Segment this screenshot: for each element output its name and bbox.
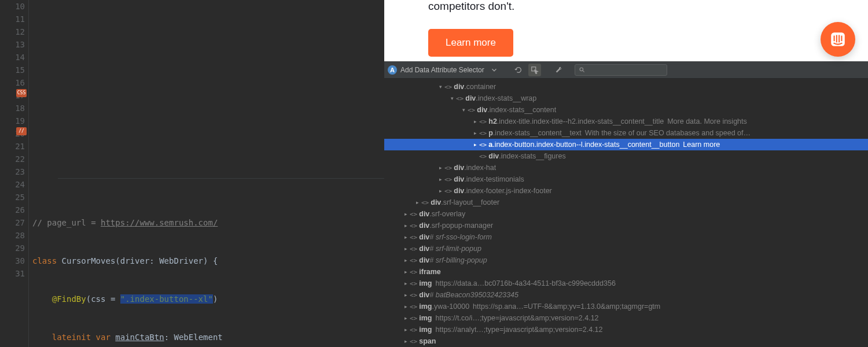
element-classes: .container (464, 83, 496, 91)
tag-angles-icon: <> (479, 153, 487, 160)
dom-tree-row[interactable]: ▸<>div# srf-limit-popup (384, 243, 868, 254)
learn-more-button[interactable]: Learn more (428, 29, 513, 57)
dom-tree-row[interactable]: ▸<>div# srf-sso-login-form (384, 231, 868, 243)
browser-preview[interactable]: competitors don't. Learn more (384, 0, 868, 61)
tag-angles-icon: <> (444, 83, 452, 91)
element-picker-icon[interactable] (528, 64, 541, 76)
element-classes: .srf-popup-manager (429, 222, 493, 230)
chevron-down-icon[interactable]: ▾ (437, 84, 443, 90)
dom-tree-row[interactable]: ▸<>div.srf-layout__footer (384, 197, 868, 208)
chevron-right-icon[interactable]: ▸ (403, 234, 409, 240)
dom-tree-row[interactable]: ▸<>img.ywa-10000https://sp.ana…=UTF-8&am… (384, 301, 868, 312)
chevron-right-icon[interactable]: ▸ (403, 223, 409, 228)
svg-point-6 (580, 68, 583, 71)
chevron-down-icon[interactable]: ▾ (449, 95, 455, 101)
tag-angles-icon: <> (410, 326, 417, 334)
element-classes: .index-button.index-button--l.index-stat… (492, 141, 679, 149)
element-tag: span (419, 337, 436, 345)
dom-tree-row[interactable]: ▸<>p.index-stats__content__textWith the … (384, 127, 868, 139)
element-classes: .ywa-10000 (432, 302, 469, 311)
tag-angles-icon: <> (444, 187, 452, 195)
dom-tree-row[interactable]: ▸<>div.index-hat (384, 162, 868, 174)
method-separator (58, 178, 384, 179)
element-classes: .index-hat (464, 164, 496, 172)
line-number: 19 (0, 115, 25, 127)
dom-tree-row[interactable]: <>div.index-stats__figures (384, 150, 868, 162)
dom-tree-row[interactable]: ▾<>div.index-stats__wrap (384, 93, 868, 104)
svg-rect-1 (834, 36, 835, 42)
inspector-search-input[interactable] (575, 64, 667, 76)
chevron-right-icon[interactable]: ▸ (403, 315, 409, 321)
dom-tree-row[interactable]: ▸<>div.index-footer.js-index-footer (384, 185, 868, 197)
tag-angles-icon: <> (410, 315, 417, 322)
code-editor[interactable]: 1011121314151617181920212223242526272829… (0, 0, 384, 347)
line-number: 27 (0, 216, 25, 229)
line-number: 23 (0, 165, 25, 178)
element-tag: div (454, 187, 464, 195)
element-text-preview: https://sp.ana…=UTF-8&amp;yv=1.13.0&amp;… (473, 302, 660, 311)
dom-tree-row[interactable]: ▸<>span (384, 335, 868, 347)
chevron-right-icon[interactable]: ▸ (403, 327, 409, 333)
code-line-findby-css: @FindBy(css = ".index-button--xl") (32, 293, 384, 305)
chevron-right-icon[interactable]: ▸ (414, 200, 420, 205)
css-selector-gutter-icon[interactable]: CSS (16, 89, 27, 97)
chevron-right-icon[interactable]: ▸ (403, 269, 409, 275)
chevron-right-icon[interactable]: ▸ (403, 292, 409, 298)
chevron-right-icon[interactable]: ▸ (403, 211, 409, 217)
dom-tree-row[interactable]: ▾<>div.container (384, 81, 868, 93)
code-area[interactable]: // page_url = https://www.semrush.com/ c… (29, 0, 384, 347)
dom-tree-row[interactable]: ▸<>imghttps://analyt…;type=javascript&am… (384, 324, 868, 335)
element-text-preview: More data. More insights (667, 117, 747, 125)
inspector-toolbar: A Add Data Attribute Selector (384, 61, 868, 79)
dom-tree-row[interactable]: ▸<>div.index-testimonials (384, 174, 868, 185)
chevron-down-icon[interactable]: ▾ (461, 107, 466, 113)
chevron-right-icon[interactable]: ▸ (403, 304, 409, 309)
chevron-right-icon[interactable]: ▸ (403, 257, 409, 263)
wrench-icon[interactable] (553, 64, 565, 76)
chevron-right-icon[interactable]: ▸ (472, 130, 478, 136)
intercom-launcher-icon[interactable] (821, 22, 855, 57)
tag-angles-icon: <> (479, 130, 487, 137)
dom-tree-row[interactable]: ▸<>imghttps://data.a…bc0716b-4a34-4511-b… (384, 278, 868, 289)
dom-tree-row[interactable]: ▸<>div.srf-popup-manager (384, 220, 868, 231)
dom-tree-row[interactable]: ▸<>h2.index-title.index-title--h2.index-… (384, 116, 868, 127)
dom-tree-row[interactable]: ▸<>div# srf-billing-popup (384, 254, 868, 266)
web-inspector-panel: A Add Data Attribute Selector ▾<>div.con… (384, 61, 868, 347)
element-tag: img (419, 302, 432, 311)
element-tag: div (454, 164, 464, 172)
tag-angles-icon: <> (410, 268, 417, 276)
tag-angles-icon: <> (410, 211, 417, 218)
element-tag: div (419, 222, 429, 230)
dom-tree[interactable]: ▾<>div.container▾<>div.index-stats__wrap… (384, 79, 868, 347)
chevron-right-icon[interactable]: ▸ (403, 338, 409, 344)
tag-angles-icon: <> (479, 118, 487, 125)
chevron-right-icon[interactable]: ▸ (437, 188, 443, 194)
line-number: 15 (0, 64, 25, 76)
line-number: 21 (0, 140, 25, 153)
tag-angles-icon: <> (410, 303, 417, 311)
chevron-right-icon[interactable]: ▸ (472, 142, 478, 147)
refresh-icon[interactable] (512, 64, 525, 76)
xpath-selector-gutter-icon[interactable]: // (16, 127, 27, 135)
line-number: 28 (0, 229, 25, 242)
add-data-attr-label[interactable]: Add Data Attribute Selector (400, 66, 484, 74)
chevron-down-icon[interactable] (488, 64, 501, 76)
dom-tree-row[interactable]: ▸<>div# batBeacon395032423345 (384, 289, 868, 301)
chevron-right-icon[interactable]: ▸ (437, 165, 443, 171)
element-tag: div (454, 175, 464, 183)
element-tag: img (419, 279, 432, 287)
chevron-right-icon[interactable]: ▸ (472, 119, 478, 124)
dom-tree-row[interactable]: ▸<>a.index-button.index-button--l.index-… (384, 139, 868, 150)
element-tag: img (419, 326, 432, 334)
dom-tree-row[interactable]: ▸<>imghttps://t.co/i…;type=javascript&am… (384, 312, 868, 324)
dom-tree-row[interactable]: ▾<>div.index-stats__content (384, 104, 868, 116)
chevron-right-icon[interactable]: ▸ (403, 280, 409, 286)
line-number: 13 (0, 38, 25, 51)
dom-tree-row[interactable]: ▸<>div.srf-overlay (384, 208, 868, 220)
line-number: 30 (0, 254, 25, 267)
chevron-right-icon[interactable]: ▸ (403, 246, 409, 252)
dom-tree-row[interactable]: ▸<>iframe (384, 266, 868, 278)
svg-line-7 (583, 71, 584, 72)
chevron-right-icon[interactable]: ▸ (437, 176, 443, 182)
tag-angles-icon: <> (410, 338, 417, 345)
